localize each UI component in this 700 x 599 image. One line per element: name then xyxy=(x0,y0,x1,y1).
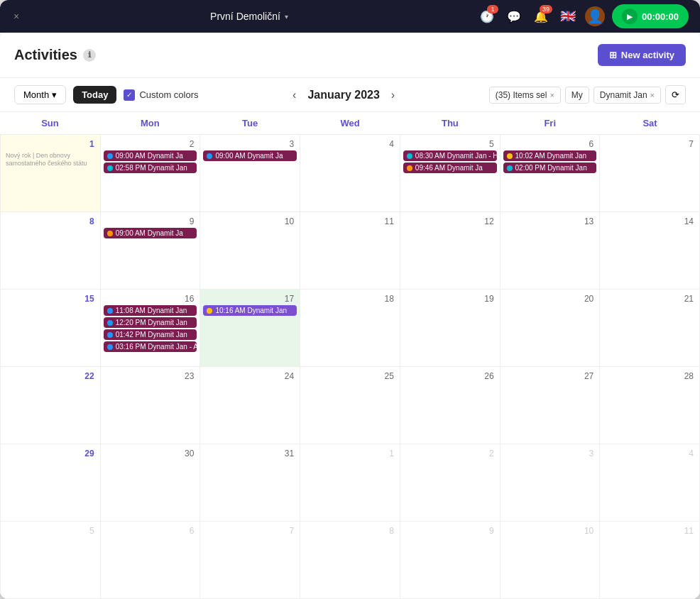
cal-cell-jan31[interactable]: 31 xyxy=(200,444,300,522)
new-activity-icon: ⊞ xyxy=(609,50,617,60)
event[interactable]: 02:58 PM Dynamit Jan xyxy=(104,163,197,173)
day-number: 29 xyxy=(4,447,97,460)
holiday-text: Nový rok | Den obnovy samostatného české… xyxy=(4,150,97,169)
event-dot xyxy=(107,332,113,338)
cal-cell-feb4[interactable]: 4 xyxy=(600,444,700,522)
custom-colors-checkbox[interactable]: ✓ xyxy=(124,89,135,101)
cal-cell-jan20[interactable]: 20 xyxy=(501,290,601,367)
event[interactable]: 12:20 PM Dynamit Jan xyxy=(104,317,197,328)
cal-cell-jan17[interactable]: 17 10:16 AM Dynamit Jan xyxy=(200,290,300,367)
event[interactable]: 09:00 AM Dynamit Ja xyxy=(203,150,297,161)
cal-cell-jan15[interactable]: 15 xyxy=(1,290,101,367)
event[interactable]: 03:16 PM Dynamit Jan - Analýza FE xyxy=(104,341,197,352)
cal-cell-jan16[interactable]: 16 11:08 AM Dynamit Jan 12:20 PM Dynamit… xyxy=(101,290,201,367)
event-homeoffice[interactable]: 08:30 AM Dynamit Jan - Homeoffice xyxy=(403,150,497,161)
cal-cell-jan26[interactable]: 26 xyxy=(400,367,501,444)
custom-colors-toggle[interactable]: ✓ Custom colors xyxy=(124,89,198,101)
cal-cell-jan6[interactable]: 6 10:02 AM Dynamit Jan 02:00 PM Dynamit … xyxy=(501,135,601,212)
cal-cell-jan9[interactable]: 9 09:00 AM Dynamit Ja xyxy=(101,212,201,290)
day-number: 17 xyxy=(203,292,297,305)
event[interactable]: 11:08 AM Dynamit Jan xyxy=(104,305,197,316)
calendar: Sun Mon Tue Wed Thu Fri Sat 1 Nový rok |… xyxy=(0,112,700,599)
cal-cell-jan1[interactable]: 1 Nový rok | Den obnovy samostatného čes… xyxy=(1,135,101,212)
prev-month-button[interactable]: ‹ xyxy=(290,86,299,104)
cal-cell-jan28[interactable]: 28 xyxy=(600,367,700,444)
filter-items-pill[interactable]: (35) Items sel × xyxy=(489,87,561,104)
day-number: 9 xyxy=(403,524,497,537)
user-avatar[interactable]: 👤 xyxy=(585,6,605,26)
cal-cell-jan18[interactable]: 18 xyxy=(300,290,400,367)
cal-cell-jan11[interactable]: 11 xyxy=(300,212,400,290)
day-number: 14 xyxy=(603,215,696,228)
cal-cell-jan8[interactable]: 8 xyxy=(1,212,101,290)
day-number: 27 xyxy=(503,370,597,383)
today-button[interactable]: Today xyxy=(73,86,116,104)
event-text: 09:00 AM Dynamit Ja xyxy=(116,229,183,237)
cal-cell-jan5[interactable]: 5 08:30 AM Dynamit Jan - Homeoffice 09:4… xyxy=(400,135,501,212)
cal-cell-jan30[interactable]: 30 xyxy=(101,444,201,522)
cal-cell-feb9[interactable]: 9 xyxy=(400,522,501,599)
event-dot xyxy=(207,308,212,314)
header-sat: Sat xyxy=(600,112,700,134)
event[interactable]: 09:46 AM Dynamit Ja xyxy=(403,163,497,173)
cal-cell-feb3[interactable]: 3 xyxy=(501,444,601,522)
chat-button[interactable]: 💬 xyxy=(504,6,524,26)
filter-dynamit-remove[interactable]: × xyxy=(650,91,655,99)
cal-cell-feb2[interactable]: 2 xyxy=(400,444,501,522)
new-activity-button[interactable]: ⊞ New activity xyxy=(598,44,686,66)
cal-cell-jan25[interactable]: 25 xyxy=(300,367,400,444)
cal-cell-jan4[interactable]: 4 xyxy=(300,135,400,212)
cal-cell-jan19[interactable]: 19 xyxy=(400,290,501,367)
app-selector[interactable]: První Demoliční ▾ xyxy=(21,11,477,22)
cal-cell-feb6[interactable]: 6 xyxy=(101,522,201,599)
cal-cell-feb1[interactable]: 1 xyxy=(300,444,400,522)
cal-cell-jan2[interactable]: 2 09:00 AM Dynamit Ja 02:58 PM Dynamit J… xyxy=(101,135,201,212)
timer-button[interactable]: ▶ 00:00:00 xyxy=(612,4,689,28)
header-thu: Thu xyxy=(400,112,500,134)
calendar-grid: 1 Nový rok | Den obnovy samostatného čes… xyxy=(0,135,700,599)
filter-items-remove[interactable]: × xyxy=(549,91,554,99)
cal-cell-jan22[interactable]: 22 xyxy=(1,367,101,444)
day-number: 20 xyxy=(503,292,597,305)
notifications-button[interactable]: 🔔 39 xyxy=(531,6,551,26)
close-button[interactable]: × xyxy=(11,11,21,21)
language-button[interactable]: 🇬🇧 xyxy=(558,6,578,26)
cal-cell-jan21[interactable]: 21 xyxy=(600,290,700,367)
cal-cell-feb5[interactable]: 5 xyxy=(1,522,101,599)
cal-cell-jan27[interactable]: 27 xyxy=(501,367,601,444)
event-dot xyxy=(407,165,412,171)
cal-cell-jan29[interactable]: 29 xyxy=(1,444,101,522)
cal-cell-feb7[interactable]: 7 xyxy=(200,522,300,599)
day-number: 31 xyxy=(203,447,297,460)
clock-button[interactable]: 🕐 1 xyxy=(477,6,497,26)
day-number: 22 xyxy=(4,370,97,383)
next-month-button[interactable]: › xyxy=(388,86,398,104)
event[interactable]: 01:42 PM Dynamit Jan xyxy=(104,329,197,340)
cal-cell-jan10[interactable]: 10 xyxy=(200,212,300,290)
cal-cell-feb11[interactable]: 11 xyxy=(600,522,700,599)
event[interactable]: 09:00 AM Dynamit Ja xyxy=(104,228,197,238)
info-icon[interactable]: ℹ xyxy=(83,49,96,62)
event[interactable]: 10:02 AM Dynamit Jan xyxy=(503,150,597,161)
filter-my-pill[interactable]: My xyxy=(565,87,589,104)
event-text: 12:20 PM Dynamit Jan xyxy=(116,319,187,326)
cal-cell-jan14[interactable]: 14 xyxy=(600,212,700,290)
day-number: 6 xyxy=(104,524,197,537)
cal-cell-jan13[interactable]: 13 xyxy=(501,212,601,290)
cal-cell-jan24[interactable]: 24 xyxy=(200,367,300,444)
cal-cell-jan7[interactable]: 7 xyxy=(600,135,700,212)
event[interactable]: 10:16 AM Dynamit Jan xyxy=(203,305,297,316)
filter-dynamit-pill[interactable]: Dynamit Jan × xyxy=(594,87,661,104)
cal-cell-feb8[interactable]: 8 xyxy=(300,522,400,599)
month-chevron-icon: ▾ xyxy=(52,89,57,100)
day-number: 11 xyxy=(603,524,696,537)
cal-cell-jan23[interactable]: 23 xyxy=(101,367,201,444)
event[interactable]: 02:00 PM Dynamit Jan xyxy=(503,163,597,173)
month-dropdown[interactable]: Month ▾ xyxy=(14,85,66,104)
cal-cell-jan3[interactable]: 3 09:00 AM Dynamit Ja xyxy=(200,135,300,212)
refresh-button[interactable]: ⟳ xyxy=(665,85,686,104)
cal-cell-feb10[interactable]: 10 xyxy=(501,522,601,599)
cal-cell-jan12[interactable]: 12 xyxy=(400,212,501,290)
day-number: 10 xyxy=(203,215,297,228)
event[interactable]: 09:00 AM Dynamit Ja xyxy=(104,150,197,161)
